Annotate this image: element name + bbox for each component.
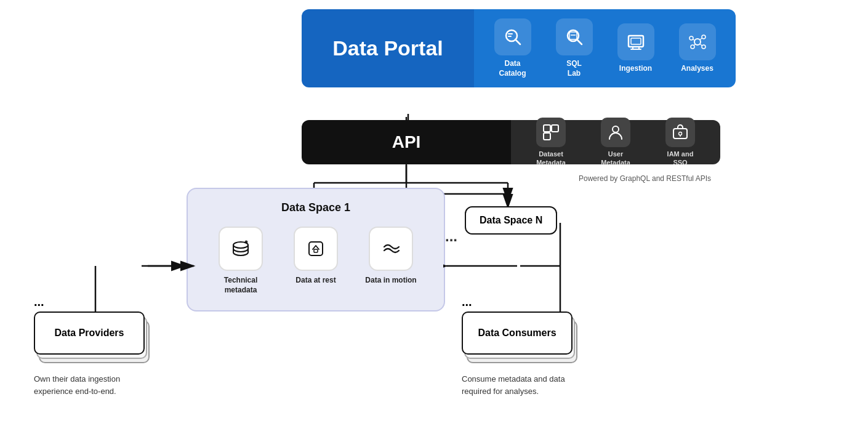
- svg-line-16: [515, 39, 520, 44]
- svg-rect-55: [309, 242, 323, 255]
- svg-rect-38: [544, 125, 550, 132]
- api-icons-box: DatasetMetadata UserMetadata: [511, 120, 720, 164]
- providers-to-ds1-arrow: [142, 259, 197, 273]
- svg-rect-18: [508, 36, 512, 37]
- iam-sso-card: IAM andSSO: [653, 118, 708, 166]
- dataspace1-box: Data Space 1 Technicalmetada: [187, 188, 445, 311]
- providers-stack-front: Data Providers: [34, 311, 145, 355]
- svg-rect-24: [631, 38, 641, 44]
- powered-by-bottom: Powered by GraphQL and RESTful APIs: [579, 174, 711, 183]
- svg-rect-17: [508, 33, 513, 34]
- providers-stack: Data Providers: [34, 311, 151, 367]
- analyses-icon: [679, 23, 716, 60]
- consumers-stack-front: Data Consumers: [462, 311, 573, 355]
- svg-point-30: [702, 35, 705, 39]
- consumers-ellipsis: ...: [462, 295, 585, 309]
- data-at-rest-icon: [294, 227, 338, 271]
- providers-description: Own their data ingestion experience end-…: [34, 373, 151, 397]
- providers-area: ... Data Providers Own their data ingest…: [34, 295, 151, 397]
- dataspace-n-title: Data Space N: [480, 215, 542, 225]
- svg-rect-56: [314, 249, 318, 252]
- data-in-motion-card: Data in motion: [360, 227, 422, 295]
- api-title: API: [392, 132, 421, 152]
- technical-metadata-icon: [219, 227, 263, 271]
- data-at-rest-card: Data at rest: [285, 227, 347, 295]
- ingestion-card: Ingestion: [609, 23, 662, 74]
- svg-point-43: [679, 132, 682, 135]
- consumers-description: Consume metadata and data required for a…: [462, 373, 585, 397]
- dataspace-n-box: Data Space N: [465, 206, 557, 235]
- dataspace1-icons-row: Technicalmetadata Data at rest: [203, 227, 428, 295]
- analyses-label: Analyses: [681, 64, 713, 74]
- user-metadata-card: UserMetadata: [588, 118, 643, 166]
- data-at-rest-label: Data at rest: [295, 276, 336, 286]
- technical-metadata-card: Technicalmetadata: [210, 227, 271, 295]
- dataset-metadata-card: DatasetMetadata: [523, 118, 579, 166]
- data-catalog-label: DataCatalog: [499, 59, 526, 78]
- svg-line-20: [577, 39, 582, 44]
- api-box: API: [302, 120, 511, 164]
- user-metadata-icon: [601, 118, 630, 147]
- svg-rect-42: [673, 129, 687, 139]
- api-area: API DatasetMetadata: [302, 120, 868, 164]
- consumers-stack: Data Consumers: [462, 311, 579, 367]
- technical-metadata-label: Technicalmetadata: [224, 276, 257, 295]
- sql-lab-label: SQLLab: [566, 59, 582, 78]
- svg-rect-39: [552, 125, 558, 132]
- portal-icons-box: DataCatalog SQLLab: [474, 9, 736, 87]
- dataspace1-title: Data Space 1: [203, 201, 428, 214]
- portal-title: Data Portal: [332, 36, 443, 60]
- ingestion-label: Ingestion: [619, 64, 652, 74]
- ingestion-icon: [617, 23, 654, 60]
- data-in-motion-icon: [369, 227, 413, 271]
- svg-line-34: [700, 38, 702, 40]
- consumers-area: ... Data Consumers Consume metadata and …: [462, 295, 585, 397]
- providers-ellipsis: ...: [34, 295, 151, 309]
- data-in-motion-label: Data in motion: [365, 276, 416, 286]
- sql-lab-icon: [556, 18, 593, 55]
- dsn-to-consumers-arrow: [443, 259, 517, 273]
- consumers-title: Data Consumers: [478, 328, 556, 339]
- svg-point-41: [613, 126, 619, 132]
- sql-lab-card: SQLLab: [548, 18, 600, 78]
- portal-row: Data Portal DataCatalog: [302, 9, 868, 87]
- data-catalog-icon: [494, 18, 531, 55]
- dataset-metadata-icon: [536, 118, 566, 147]
- svg-line-36: [700, 44, 702, 46]
- portal-area: Data Portal DataCatalog: [302, 9, 868, 87]
- data-catalog-card: DataCatalog: [486, 18, 539, 78]
- iam-sso-icon: [665, 118, 695, 147]
- svg-point-32: [702, 45, 705, 49]
- svg-point-29: [689, 36, 693, 40]
- diagram-container: Powered by react.js and Typescript Data …: [0, 0, 868, 434]
- iam-sso-label: IAM andSSO: [667, 150, 694, 166]
- ellipsis-between-dataspaces: ...: [445, 228, 457, 245]
- user-metadata-label: UserMetadata: [601, 150, 630, 166]
- analyses-card: Analyses: [671, 23, 723, 74]
- providers-title: Data Providers: [55, 328, 124, 339]
- portal-box: Data Portal: [302, 9, 474, 87]
- svg-rect-40: [544, 133, 550, 140]
- svg-rect-21: [569, 32, 577, 39]
